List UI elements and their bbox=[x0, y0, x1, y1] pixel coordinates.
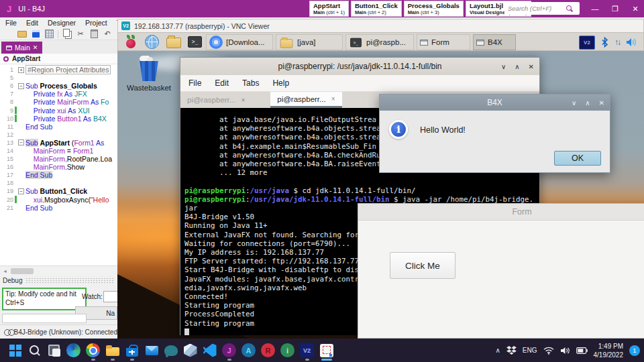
fold-icon bbox=[18, 123, 24, 129]
speaker-icon[interactable] bbox=[560, 347, 570, 355]
taskbar-item-vnc[interactable]: V2 bbox=[297, 339, 317, 362]
line-number: 5 bbox=[0, 74, 13, 81]
menu-file[interactable]: File bbox=[5, 19, 17, 27]
wifi-icon[interactable] bbox=[543, 347, 554, 355]
terminal-menu-tabs[interactable]: Tabs bbox=[242, 78, 259, 88]
taskbar-item-virtualbox[interactable] bbox=[180, 339, 200, 362]
line-number: 10 bbox=[0, 115, 13, 122]
taskbar-item-start[interactable] bbox=[5, 339, 25, 362]
copy-icon[interactable] bbox=[62, 29, 72, 39]
quick-tab-appstart[interactable]: AppStartMain (ctrl + 1) bbox=[309, 1, 349, 17]
code-editor[interactable]: 1+#Region Project Attributes56−Sub Proce… bbox=[0, 64, 117, 265]
close-icon[interactable]: ✕ bbox=[631, 5, 640, 13]
hidden-icons-chevron-icon[interactable]: ∧ bbox=[496, 347, 500, 354]
taskbar-item-task-view[interactable] bbox=[44, 339, 64, 362]
close-icon[interactable]: ✕ bbox=[599, 99, 604, 107]
fold-icon[interactable]: − bbox=[18, 188, 24, 194]
click-me-button[interactable]: Click Me bbox=[390, 252, 455, 279]
terminal-menu-file[interactable]: File bbox=[189, 78, 201, 88]
fold-icon[interactable]: − bbox=[18, 139, 24, 145]
ok-button[interactable]: OK bbox=[554, 151, 601, 166]
menu-project[interactable]: Project bbox=[85, 19, 107, 27]
bluetooth-icon[interactable] bbox=[601, 37, 608, 48]
pi-taskbar-button-b4x[interactable]: B4X bbox=[473, 34, 516, 50]
terminal-tab-2[interactable]: pi@raspberr...× bbox=[270, 92, 341, 108]
taskbar-item-b4r[interactable]: R bbox=[258, 339, 278, 362]
ide-search-box[interactable] bbox=[504, 2, 580, 15]
maximize-icon[interactable]: ❐ bbox=[610, 5, 620, 13]
open-icon[interactable] bbox=[17, 29, 27, 39]
minimize-icon[interactable]: — bbox=[590, 5, 600, 13]
fold-icon[interactable]: − bbox=[18, 83, 24, 89]
watch-row[interactable] bbox=[2, 314, 87, 323]
breadcrumb-label[interactable]: AppStart bbox=[12, 55, 40, 62]
tab-close-icon[interactable]: × bbox=[241, 97, 245, 104]
taskbar-item-store[interactable] bbox=[122, 339, 142, 362]
maximize-icon[interactable]: ∧ bbox=[585, 99, 590, 107]
fold-icon[interactable]: + bbox=[18, 67, 24, 73]
pi-taskbar-button-downloa[interactable]: [Downloa... bbox=[206, 34, 273, 50]
form-titlebar[interactable]: Form bbox=[358, 204, 644, 221]
web-browser-icon[interactable] bbox=[144, 34, 160, 50]
search-input[interactable] bbox=[504, 5, 566, 12]
tab-close-icon[interactable]: ✕ bbox=[33, 44, 38, 51]
terminal-titlebar[interactable]: pi@raspberrypi: /usr/java/jdk-11.0.14.1-… bbox=[180, 58, 539, 75]
debug-grip[interactable] bbox=[25, 278, 115, 284]
taskbar-item-edge[interactable] bbox=[64, 339, 83, 362]
taskbar-item-b4i[interactable]: i bbox=[278, 339, 297, 362]
volume-icon[interactable] bbox=[626, 38, 638, 47]
taskbar-item-elephant-app[interactable] bbox=[161, 339, 180, 362]
taskbar-item-chrome[interactable] bbox=[83, 339, 103, 362]
code-horizontal-scrollbar[interactable]: ◂ bbox=[0, 265, 117, 276]
pi-taskbar-button-form[interactable]: Form bbox=[417, 34, 470, 50]
code-line: 11End Sub bbox=[0, 123, 117, 131]
minimize-icon[interactable]: ∨ bbox=[501, 63, 506, 70]
terminal-icon[interactable]: >_ bbox=[187, 34, 203, 50]
terminal-menu-edit[interactable]: Edit bbox=[215, 78, 229, 88]
undo-icon[interactable]: ↶ bbox=[103, 29, 112, 39]
vnc-titlebar[interactable]: V2 192.168.137.77 (raspberrypi) - VNC Vi… bbox=[117, 19, 644, 32]
taskbar-item-vscode[interactable] bbox=[200, 339, 219, 362]
terminal-menu-help[interactable]: Help bbox=[272, 78, 289, 88]
save-icon[interactable] bbox=[31, 29, 40, 39]
file-manager-icon[interactable] bbox=[166, 34, 181, 50]
scroll-left-icon[interactable]: ◂ bbox=[1, 267, 9, 275]
close-icon[interactable]: ✕ bbox=[529, 63, 534, 70]
b4x-dialog-title: B4X bbox=[487, 98, 502, 107]
taskbar-item-b4j[interactable]: J bbox=[219, 339, 239, 362]
menu-designer[interactable]: Designer bbox=[48, 19, 76, 27]
dropbox-icon[interactable] bbox=[506, 346, 517, 355]
raspberry-menu-icon[interactable] bbox=[123, 34, 138, 50]
network-arrows-icon[interactable]: ↑↓ bbox=[614, 38, 620, 47]
taskbar-item-snipping[interactable] bbox=[317, 339, 336, 362]
taskbar-item-b4a[interactable]: A bbox=[239, 339, 258, 362]
clock[interactable]: 1:49 PM 4/19/2022 bbox=[594, 342, 624, 359]
quick-tab-button1_click[interactable]: Button1_ClickMain (ctrl + 2) bbox=[351, 1, 402, 17]
language-indicator[interactable]: ENG bbox=[523, 347, 537, 354]
terminal-tab-1[interactable]: pi@raspberr...× bbox=[180, 92, 252, 108]
tab-close-icon[interactable]: × bbox=[331, 95, 335, 103]
battery-icon[interactable] bbox=[576, 347, 588, 354]
menu-edit[interactable]: Edit bbox=[26, 19, 38, 27]
taskbar-item-mail[interactable] bbox=[142, 339, 161, 362]
tab-main[interactable]: Main ✕ bbox=[1, 42, 42, 54]
scrollbar-thumb[interactable] bbox=[11, 268, 34, 274]
maximize-icon[interactable]: ∧ bbox=[515, 63, 519, 70]
pi-taskbar-button-piraspb[interactable]: >_pi@raspb... bbox=[345, 34, 414, 50]
vnc-tray-icon[interactable]: V2 bbox=[579, 36, 595, 50]
build-icon[interactable] bbox=[44, 29, 54, 39]
notification-badge[interactable]: 1 bbox=[629, 345, 640, 356]
b4x-dialog-titlebar[interactable]: B4X ∨ ∧ ✕ bbox=[380, 95, 610, 111]
file-explorer-icon bbox=[105, 343, 121, 359]
code-line: 9 Private xui As XUI bbox=[0, 106, 117, 114]
taskbar-item-search[interactable] bbox=[25, 339, 44, 362]
tray-time: 1:49 PM bbox=[594, 342, 624, 351]
pi-taskbar-button-java[interactable]: [java] bbox=[276, 34, 343, 50]
wastebasket-shortcut[interactable]: Wastebasket bbox=[127, 56, 171, 92]
new-file-icon[interactable] bbox=[4, 29, 13, 39]
taskbar-item-file-explorer[interactable] bbox=[103, 339, 122, 362]
minimize-icon[interactable]: ∨ bbox=[572, 99, 576, 107]
quick-tab-process_globals[interactable]: Process_GlobalsMain (ctrl + 3) bbox=[404, 1, 464, 17]
cut-icon[interactable]: ✂ bbox=[76, 29, 85, 39]
paste-icon[interactable] bbox=[89, 29, 99, 39]
